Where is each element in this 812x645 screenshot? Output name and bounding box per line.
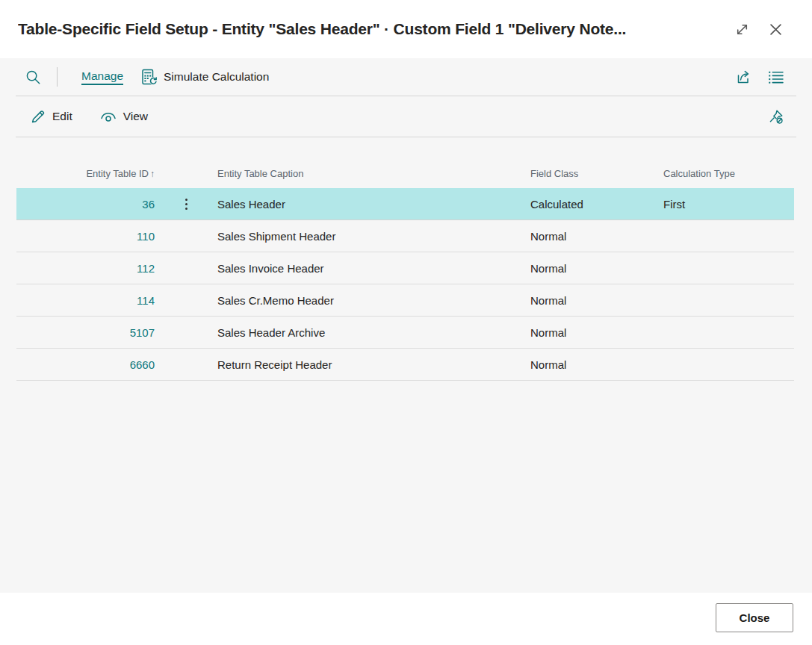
edit-label: Edit (52, 110, 72, 123)
dialog-footer: Close (0, 593, 812, 645)
field-setup-table: Entity Table ID↑ Entity Table Caption Fi… (16, 158, 794, 381)
pin-slash-icon (767, 108, 784, 125)
field-class-cell: Normal (530, 262, 663, 275)
entity-table-caption-cell: Sales Header (217, 198, 530, 211)
close-button[interactable]: Close (716, 603, 793, 632)
table-header-row: Entity Table ID↑ Entity Table Caption Fi… (16, 158, 794, 188)
titlebar: Table-Specific Field Setup - Entity "Sal… (0, 0, 812, 58)
pencil-icon (30, 108, 46, 125)
calculation-type-cell: First (663, 198, 794, 211)
column-header-calculation-type[interactable]: Calculation Type (663, 168, 794, 179)
view-label: View (123, 110, 148, 123)
entity-table-id-link[interactable]: 5107 (16, 326, 155, 339)
action-bar: Edit View (0, 96, 812, 137)
entity-table-caption-cell: Sales Header Archive (217, 326, 530, 339)
field-class-cell: Normal (530, 326, 663, 339)
simulate-calculation-button[interactable]: Simulate Calculation (141, 69, 269, 85)
entity-table-id-link[interactable]: 36 (16, 198, 155, 211)
expand-diagonal-icon (734, 22, 750, 37)
share-button[interactable] (735, 69, 751, 85)
column-header-entity-table-caption[interactable]: Entity Table Caption (217, 168, 530, 179)
field-class-cell: Normal (530, 358, 663, 371)
search-button[interactable] (25, 69, 41, 85)
search-icon (25, 69, 41, 85)
unpin-button[interactable] (767, 108, 784, 125)
command-bar: Manage Simulate Calculation (0, 58, 812, 96)
table-row[interactable]: 5107 Sales Header Archive Normal (16, 317, 794, 349)
entity-table-id-link[interactable]: 110 (16, 230, 155, 243)
page-title: Table-Specific Field Setup - Entity "Sal… (18, 20, 734, 38)
close-window-button[interactable] (768, 22, 784, 37)
close-icon (768, 22, 784, 37)
calculator-refresh-icon (141, 69, 158, 85)
simulate-calculation-label: Simulate Calculation (164, 70, 269, 84)
sort-ascending-icon: ↑ (150, 169, 155, 179)
table-body: 36 Sales Header Calculated First 110 Sal… (16, 188, 794, 381)
table-row[interactable]: 36 Sales Header Calculated First (16, 188, 794, 220)
table-row[interactable]: 6660 Return Receipt Header Normal (16, 349, 794, 381)
manage-menu[interactable]: Manage (81, 69, 123, 85)
entity-table-caption-cell: Sales Invoice Header (217, 262, 530, 275)
view-button[interactable]: View (99, 110, 148, 123)
entity-table-id-link[interactable]: 114 (16, 294, 155, 307)
entity-table-caption-cell: Return Receipt Header (217, 358, 530, 371)
edit-button[interactable]: Edit (30, 108, 72, 125)
options-list-button[interactable] (768, 69, 784, 85)
field-class-cell: Normal (530, 294, 663, 307)
row-menu-icon[interactable] (185, 199, 187, 210)
column-header-entity-table-id[interactable]: Entity Table ID↑ (16, 168, 155, 179)
column-header-field-class[interactable]: Field Class (530, 168, 663, 179)
share-icon (735, 69, 751, 85)
table-row[interactable]: 114 Sales Cr.Memo Header Normal (16, 284, 794, 317)
eye-icon (99, 110, 117, 123)
dialog-window: Table-Specific Field Setup - Entity "Sal… (0, 0, 812, 645)
table-row[interactable]: 112 Sales Invoice Header Normal (16, 252, 794, 284)
entity-table-id-link[interactable]: 112 (16, 262, 155, 275)
bulleted-list-icon (768, 69, 784, 85)
expand-button[interactable] (734, 22, 750, 37)
field-class-cell: Normal (530, 230, 663, 243)
toolbar-divider (57, 67, 58, 87)
entity-table-caption-cell: Sales Shipment Header (217, 230, 530, 243)
entity-table-id-link[interactable]: 6660 (16, 358, 155, 371)
field-class-cell: Calculated (530, 198, 663, 211)
actionbar-separator (16, 137, 796, 137)
table-row[interactable]: 110 Sales Shipment Header Normal (16, 220, 794, 252)
entity-table-caption-cell: Sales Cr.Memo Header (217, 294, 530, 307)
